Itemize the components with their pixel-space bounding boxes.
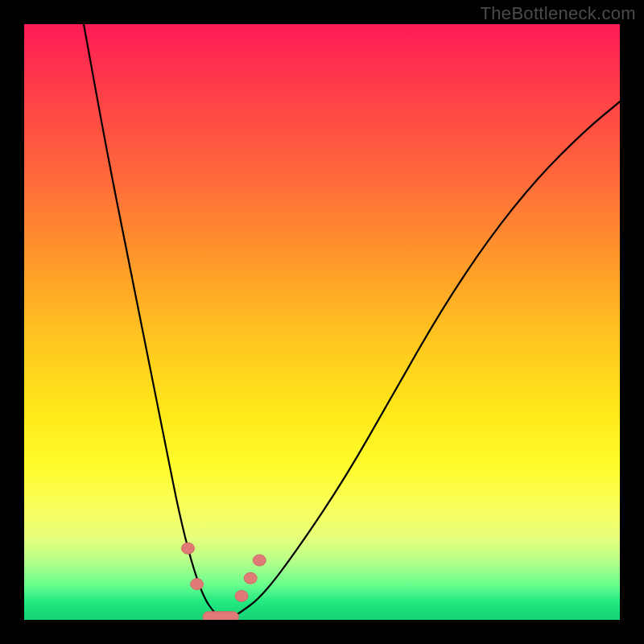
- watermark-text: TheBottleneck.com: [481, 3, 636, 24]
- bottleneck-curve: [84, 24, 620, 618]
- data-marker: [235, 590, 248, 601]
- curve-layer: [24, 24, 620, 620]
- chart-frame: TheBottleneck.com: [0, 0, 644, 644]
- plot-area: [24, 24, 620, 620]
- data-marker: [244, 572, 257, 584]
- flat-segment-marker: [203, 612, 238, 620]
- data-marker: [253, 555, 266, 566]
- data-marker: [182, 543, 195, 554]
- data-marker: [191, 579, 204, 590]
- markers-group: [182, 543, 266, 620]
